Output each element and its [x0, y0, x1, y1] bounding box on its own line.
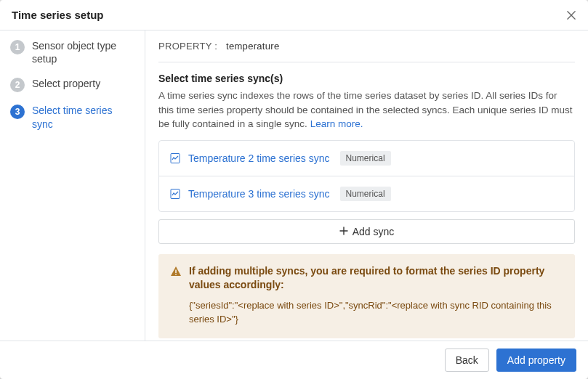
step-select-time-series-sync[interactable]: 3 Select time series sync	[0, 98, 145, 136]
warning-callout: If adding multiple syncs, you are requir…	[158, 254, 575, 338]
back-button[interactable]: Back	[445, 349, 489, 372]
warning-heading: If adding multiple syncs, you are requir…	[170, 264, 563, 293]
svg-rect-0	[171, 153, 180, 163]
sync-name: Temperature 2 time series sync	[188, 152, 330, 164]
wizard-steps-sidebar: 1 Sensor object type setup 2 Select prop…	[0, 30, 145, 341]
step-select-property[interactable]: 2 Select property	[0, 71, 145, 98]
step-number-badge: 1	[10, 40, 25, 54]
modal-footer: Back Add property	[0, 341, 588, 379]
add-sync-label: Add sync	[353, 226, 395, 237]
sync-item[interactable]: Temperature 2 time series sync Numerical	[159, 141, 574, 176]
svg-rect-1	[171, 189, 180, 198]
sync-type-badge: Numerical	[340, 187, 391, 201]
add-property-button[interactable]: Add property	[496, 349, 576, 372]
modal-body: 1 Sensor object type setup 2 Select prop…	[0, 30, 588, 341]
learn-more-link[interactable]: Learn more.	[310, 118, 363, 129]
step-label: Sensor object type setup	[32, 39, 134, 65]
modal-header: Time series setup	[0, 0, 588, 30]
modal-title: Time series setup	[12, 9, 103, 21]
time-series-file-icon	[169, 152, 181, 164]
time-series-setup-modal: Time series setup 1 Sensor object type s…	[0, 0, 588, 379]
step-label: Select time series sync	[32, 104, 134, 130]
sync-name: Temperature 3 time series sync	[188, 188, 330, 200]
svg-rect-3	[175, 274, 177, 275]
step-sensor-object-type[interactable]: 1 Sensor object type setup	[0, 33, 145, 71]
time-series-file-icon	[169, 188, 181, 200]
step-number-badge: 2	[10, 78, 25, 92]
svg-rect-2	[175, 269, 177, 273]
property-key-label: PROPERTY :	[158, 41, 217, 52]
sync-list: Temperature 2 time series sync Numerical…	[158, 140, 575, 212]
step-label: Select property	[32, 77, 100, 90]
sync-item[interactable]: Temperature 3 time series sync Numerical	[159, 176, 574, 211]
add-sync-button[interactable]: Add sync	[158, 219, 575, 244]
main-panel: PROPERTY : temperature Select time serie…	[145, 30, 588, 341]
sync-type-badge: Numerical	[340, 151, 391, 166]
section-title: Select time series sync(s)	[158, 73, 575, 84]
step-number-badge: 3	[10, 105, 25, 119]
section-description: A time series sync indexes the rows of t…	[158, 89, 575, 131]
property-value: temperature	[226, 41, 279, 52]
property-breadcrumb: PROPERTY : temperature	[158, 41, 575, 62]
close-icon[interactable]	[566, 10, 576, 20]
plus-icon	[339, 226, 348, 237]
warning-code-sample: {"seriesId":"<replace with series ID>","…	[189, 298, 563, 327]
warning-icon	[170, 266, 182, 277]
